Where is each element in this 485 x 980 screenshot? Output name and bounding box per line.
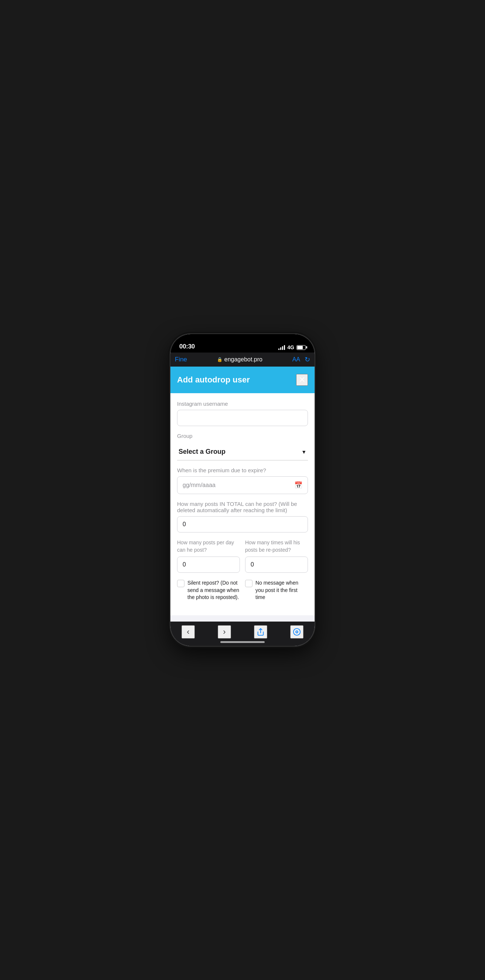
total-posts-label: How many posts IN TOTAL can he post? (Wi… xyxy=(177,501,308,513)
signal-bar-1 xyxy=(278,348,279,350)
repost-times-col: How many times will his posts be re-post… xyxy=(245,539,308,573)
group-select-value: Select a Group xyxy=(179,448,225,456)
chevron-down-icon: ▼ xyxy=(301,449,306,455)
content-area: Add autodrop user ✕ Instagram username G… xyxy=(171,367,314,622)
network-label: 4G xyxy=(287,344,294,350)
repost-times-input[interactable] xyxy=(245,557,308,573)
repost-times-label: How many times will his posts be re-post… xyxy=(245,539,308,554)
share-button[interactable] xyxy=(254,625,267,638)
browser-actions: AA ↻ xyxy=(292,355,310,364)
posts-per-day-col: How many posts per day can he post? xyxy=(177,539,240,573)
signal-bar-4 xyxy=(284,345,285,350)
two-col-row: How many posts per day can he post? How … xyxy=(177,539,308,573)
instagram-group: Instagram username xyxy=(177,401,308,426)
status-icons: 4G xyxy=(278,344,306,350)
posts-per-day-label: How many posts per day can he post? xyxy=(177,539,240,554)
calendar-icon: 📅 xyxy=(294,481,302,489)
battery-icon xyxy=(297,345,306,350)
signal-bars xyxy=(278,345,285,350)
checkbox-row: Silent repost? (Do not send a message wh… xyxy=(177,579,308,601)
svg-point-1 xyxy=(294,628,300,635)
form-container: Instagram username Group Select a Group … xyxy=(171,393,314,615)
signal-bar-3 xyxy=(282,346,283,350)
date-placeholder: gg/mm/aaaa xyxy=(183,482,215,488)
phone-screen: 00:30 4G Fine 🔒 engagebot.pro xyxy=(171,334,314,646)
silent-repost-label: Silent repost? (Do not send a message wh… xyxy=(187,579,240,601)
modal-close-button[interactable]: ✕ xyxy=(296,374,308,386)
silent-repost-item: Silent repost? (Do not send a message wh… xyxy=(177,579,240,601)
signal-bar-2 xyxy=(280,347,281,350)
svg-point-2 xyxy=(296,631,298,633)
notch xyxy=(215,334,270,345)
no-message-item: No message when you post it the first ti… xyxy=(245,579,308,601)
expire-group: When is the premium due to expire? gg/mm… xyxy=(177,467,308,494)
modal-title: Add autodrop user xyxy=(177,375,250,385)
group-label: Group xyxy=(177,433,308,439)
status-time: 00:30 xyxy=(179,343,195,350)
browser-url: engagebot.pro xyxy=(224,356,262,363)
browser-refresh-button[interactable]: ↻ xyxy=(305,355,310,364)
total-posts-group: How many posts IN TOTAL can he post? (Wi… xyxy=(177,501,308,533)
no-message-label: No message when you post it the first ti… xyxy=(255,579,308,601)
instagram-label: Instagram username xyxy=(177,401,308,407)
nav-forward-button[interactable]: › xyxy=(218,625,231,638)
total-posts-input[interactable] xyxy=(177,516,308,533)
modal-header: Add autodrop user ✕ xyxy=(171,367,314,393)
posts-per-day-input[interactable] xyxy=(177,557,240,573)
browser-aa-button[interactable]: AA xyxy=(292,356,300,363)
silent-repost-checkbox[interactable] xyxy=(177,580,185,587)
browser-url-container: 🔒 engagebot.pro xyxy=(187,356,292,363)
date-input-wrapper[interactable]: gg/mm/aaaa 📅 xyxy=(177,476,308,494)
group-select-group: Group Select a Group ▼ xyxy=(177,433,308,460)
expire-label: When is the premium due to expire? xyxy=(177,467,308,473)
browser-bar: Fine 🔒 engagebot.pro AA ↻ xyxy=(171,353,314,367)
bookmark-button[interactable] xyxy=(290,625,303,638)
phone-frame: 00:30 4G Fine 🔒 engagebot.pro xyxy=(171,334,314,646)
no-message-checkbox[interactable] xyxy=(245,580,252,587)
lock-icon: 🔒 xyxy=(217,357,223,362)
battery-fill xyxy=(297,346,303,349)
group-dropdown[interactable]: Select a Group ▼ xyxy=(177,444,308,460)
browser-back-button[interactable]: Fine xyxy=(175,356,187,363)
instagram-input[interactable] xyxy=(177,410,308,426)
home-indicator xyxy=(220,641,265,643)
nav-back-button[interactable]: ‹ xyxy=(182,625,195,638)
